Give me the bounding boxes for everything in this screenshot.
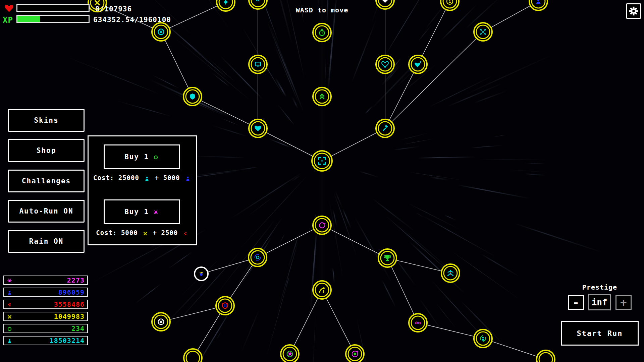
tree-node-fourarrows[interactable]	[474, 23, 492, 41]
settings-button[interactable]	[626, 3, 641, 19]
tree-edge	[322, 290, 355, 354]
tree-edge	[483, 339, 546, 359]
tree-node-autorotate[interactable]	[313, 216, 331, 234]
tree-node-trophy[interactable]	[378, 249, 396, 267]
currency-row: 2273	[3, 276, 88, 285]
cost-text: + 5000	[155, 174, 180, 181]
person-cyan-icon	[144, 175, 150, 182]
gear-icon	[629, 6, 639, 16]
xp-icon: XP	[256, 0, 260, 2]
blob-red-icon	[183, 230, 188, 237]
tree-node-splits[interactable]	[441, 264, 460, 282]
menu-button-challenges[interactable]: Challenges	[8, 170, 85, 192]
currency-value: 18503214	[50, 337, 85, 345]
tree-node-shieldgrid[interactable]	[216, 297, 234, 315]
tree-edge	[258, 128, 322, 161]
tree-node-xcircle[interactable]	[152, 23, 170, 41]
person-cyan-icon	[7, 338, 12, 344]
menu-button-skins[interactable]: Skins	[8, 109, 85, 132]
tree-node-heartplus[interactable]	[409, 55, 427, 73]
menu-label: Skins	[34, 116, 58, 124]
tree-edge	[387, 258, 418, 323]
start-run-label: Start Run	[577, 329, 623, 338]
menu-label: Shop	[37, 146, 56, 155]
x-yellow-icon	[7, 313, 12, 320]
tree-node-orbit[interactable]	[249, 248, 267, 266]
hp-bar	[16, 4, 90, 12]
cost-text: + 2500	[153, 229, 178, 236]
person-blue-icon	[185, 175, 191, 182]
menu-button-rain[interactable]: Rain ON	[8, 230, 85, 253]
currency-value: 896059	[58, 288, 85, 296]
hp-value: 0/107936	[95, 5, 132, 13]
currency-value: 3558486	[54, 300, 85, 308]
cost-line-2: Cost: 5000 + 2500	[89, 229, 196, 237]
tree-node-expand[interactable]	[312, 151, 332, 171]
tree-node-chevrons[interactable]	[313, 87, 331, 106]
cost-text: Cost: 25000	[93, 174, 139, 181]
menu-button-autorun[interactable]: Auto-Run ON	[8, 200, 85, 223]
currency-row: 234	[3, 324, 88, 333]
hp-heart-icon	[4, 3, 14, 13]
tree-node-gemring[interactable]	[346, 345, 364, 362]
tree-node-recycleperson[interactable]	[474, 329, 492, 348]
tree-edge	[322, 225, 387, 258]
xp-bar-fill	[17, 16, 40, 22]
blob-red-icon	[7, 301, 12, 308]
tree-node-shoptext[interactable]: shop	[409, 314, 427, 332]
tree-node-stopwatch[interactable]	[313, 23, 331, 42]
tree-node-plain[interactable]	[184, 349, 202, 362]
x-yellow-icon	[143, 230, 148, 237]
tree-edge	[418, 323, 483, 339]
game-screen: XP1shop WASD to move 0/107936 XP 634352.…	[0, 0, 644, 362]
prestige-minus-button[interactable]: -	[568, 295, 584, 310]
prestige-title: Prestige	[561, 283, 639, 291]
start-run-button[interactable]: Start Run	[561, 321, 639, 346]
bug-magenta-icon	[7, 277, 12, 284]
tree-node-visor[interactable]	[249, 55, 267, 73]
prestige-plus-button[interactable]: +	[615, 295, 632, 310]
menu-label: Rain ON	[29, 237, 64, 245]
tree-node-heart[interactable]	[249, 119, 267, 137]
xp-label: XP	[3, 15, 13, 25]
menu-label: Auto-Run ON	[19, 207, 73, 215]
gem-green-icon	[153, 153, 159, 161]
svg-text:1: 1	[449, 0, 451, 4]
tree-edge	[161, 32, 193, 97]
tree-node-crownbug[interactable]	[195, 267, 208, 281]
cost-line-1: Cost: 25000 + 5000	[89, 174, 196, 182]
tree-node-shieldheart[interactable]	[183, 87, 202, 106]
tree-edge	[193, 97, 258, 128]
buy-1-magenta-button[interactable]: Buy 1	[104, 199, 180, 224]
tree-node-branch[interactable]	[313, 281, 331, 299]
svg-text:XP: XP	[256, 0, 260, 2]
buy-1-green-button[interactable]: Buy 1	[104, 144, 180, 169]
xp-bar	[16, 15, 90, 23]
menu-button-shop[interactable]: Shop	[8, 139, 85, 162]
currency-value: 234	[71, 324, 85, 333]
buy-label: Buy 1	[124, 153, 149, 161]
tree-edge	[161, 306, 225, 322]
currency-row: 1049983	[3, 312, 88, 321]
tree-edge	[385, 32, 483, 128]
currency-value: 1049983	[54, 312, 85, 320]
svg-text:shop: shop	[415, 321, 421, 324]
currency-value: 2273	[67, 276, 85, 284]
tree-node-plain[interactable]	[537, 350, 555, 362]
xp-value: 634352.54/1960100	[93, 16, 171, 24]
shoptext-icon: shop	[415, 321, 421, 324]
shop-popup: Buy 1 Cost: 25000 + 5000 Buy 1 Cost: 500…	[88, 135, 197, 245]
buy-label: Buy 1	[124, 208, 149, 216]
prestige-value: inf	[588, 294, 611, 310]
tree-edge	[385, 64, 418, 128]
tree-edge	[290, 290, 322, 354]
person-blue-icon	[7, 289, 12, 296]
tree-node-heartbroken[interactable]	[376, 55, 394, 73]
currency-row: 18503214	[3, 336, 88, 345]
currency-row: 3558486	[3, 300, 88, 309]
tree-node-hammer[interactable]	[376, 119, 394, 137]
gem-green-icon	[7, 325, 12, 332]
bug-magenta-icon	[153, 208, 159, 216]
tree-node-bugring[interactable]	[281, 345, 299, 362]
tree-node-xcircle[interactable]	[152, 313, 170, 331]
